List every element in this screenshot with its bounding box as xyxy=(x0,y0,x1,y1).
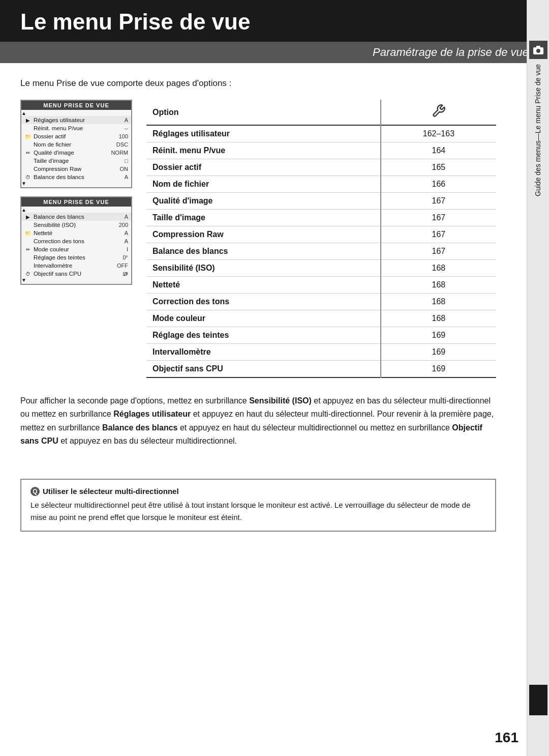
option-label: Nom de fichier xyxy=(146,176,381,193)
menu1-icon-6 xyxy=(24,165,32,172)
option-page: 169 xyxy=(381,361,496,378)
menu1-value-0: A xyxy=(125,117,128,123)
option-page: 164 xyxy=(381,142,496,159)
menu2-value-0: A xyxy=(125,214,128,220)
menu1-value-4: NORM xyxy=(111,150,128,156)
page-title: Le menu Prise de vue xyxy=(20,9,529,35)
table-row: Réglages utilisateur 162–163 xyxy=(146,125,496,142)
camera-menu-1: MENU PRISE DE VUE ▲ ▶ Réglages utilisate… xyxy=(20,100,132,188)
menu1-row-5: Taille d'image □ xyxy=(21,157,131,165)
menu2-row-7: ⏱ Objectif sans CPU 🖳 xyxy=(21,270,131,278)
table-row: Objectif sans CPU 169 xyxy=(146,361,496,378)
note-text: Le sélecteur multidirectionnel peut être… xyxy=(30,499,486,524)
menu2-value-3: A xyxy=(125,238,128,244)
two-col-layout: MENU PRISE DE VUE ▲ ▶ Réglages utilisate… xyxy=(20,100,496,378)
menu1-icon-5 xyxy=(24,157,32,164)
table-row: Taille d'image 167 xyxy=(146,210,496,226)
option-label: Qualité d'image xyxy=(146,193,381,210)
table-row: Intervallomètre 169 xyxy=(146,344,496,361)
option-page: 168 xyxy=(381,260,496,277)
option-page: 166 xyxy=(381,176,496,193)
table-row: Réinit. menu P/vue 164 xyxy=(146,142,496,159)
menu2-icon-0: ▶ xyxy=(24,213,32,220)
menu1-label-3: Nom de fichier xyxy=(34,141,116,148)
menu2-icon-5 xyxy=(24,254,32,261)
menu1-label-2: Dossier actif xyxy=(34,133,119,139)
option-page: 168 xyxy=(381,294,496,310)
menu2-label-2: Netteté xyxy=(34,230,125,236)
table-row: Dossier actif 165 xyxy=(146,159,496,176)
menu2-icon-1 xyxy=(24,221,32,228)
menu-screenshots: MENU PRISE DE VUE ▲ ▶ Réglages utilisate… xyxy=(20,100,132,378)
menu1-row-6: Compression Raw ON xyxy=(21,165,131,173)
menu2-label-7: Objectif sans CPU xyxy=(34,271,123,277)
menu2-label-4: Mode couleur xyxy=(34,246,127,252)
note-title-text: Utiliser le sélecteur multi-directionnel xyxy=(43,487,179,496)
option-label: Intervallomètre xyxy=(146,344,381,361)
svg-point-1 xyxy=(536,49,540,53)
note-box: Q Utiliser le sélecteur multi-directionn… xyxy=(20,479,496,532)
menu1-icon-2: 📁 xyxy=(24,133,32,140)
menu1-value-1: -- xyxy=(125,125,128,131)
table-row: Compression Raw 167 xyxy=(146,226,496,243)
option-page: 168 xyxy=(381,310,496,327)
option-page: 169 xyxy=(381,327,496,344)
option-label: Dossier actif xyxy=(146,159,381,176)
option-page: 169 xyxy=(381,344,496,361)
table-row: Balance des blancs 167 xyxy=(146,243,496,260)
table-row: Nom de fichier 166 xyxy=(146,176,496,193)
menu2-row-1: Sensibilité (ISO) 200 xyxy=(21,221,131,229)
menu2-row-6: Intervallomètre OFF xyxy=(21,261,131,270)
menu1-label-4: Qualité d'image xyxy=(34,150,111,156)
option-page: 168 xyxy=(381,277,496,294)
menu2-row-5: Réglage des teintes 0° xyxy=(21,253,131,261)
menu2-icon-4: ✏ xyxy=(24,246,32,253)
menu1-label-7: Balance des blancs xyxy=(34,174,125,180)
menu1-row-7: ⏱ Balance des blancs A xyxy=(21,173,131,181)
menu2-row-3: Correction des tons A xyxy=(21,237,131,245)
menu2-icon-2: 📁 xyxy=(24,229,32,237)
option-page: 167 xyxy=(381,210,496,226)
option-label: Réglage des teintes xyxy=(146,327,381,344)
menu1-label-0: Réglages utilisateur xyxy=(34,117,125,123)
menu1-row-2: 📁 Dossier actif 100 xyxy=(21,132,131,140)
menu1-row-0: ▶ Réglages utilisateur A xyxy=(21,116,131,124)
menu2-scroll-down: ▼ xyxy=(21,278,131,283)
option-label: Mode couleur xyxy=(146,310,381,327)
menu1-icon-1 xyxy=(24,125,32,132)
menu2-row-4: ✏ Mode couleur I xyxy=(21,245,131,253)
option-label: Correction des tons xyxy=(146,294,381,310)
menu1-scroll-down: ▼ xyxy=(21,181,131,186)
menu1-row-4: ✏ Qualité d'image NORM xyxy=(21,149,131,157)
col-header-option: Option xyxy=(146,100,381,125)
table-row: Mode couleur 168 xyxy=(146,310,496,327)
menu2-label-5: Réglage des teintes xyxy=(34,254,123,260)
menu2-title: MENU PRISE DE VUE xyxy=(21,197,131,207)
option-label: Compression Raw xyxy=(146,226,381,243)
menu2-value-1: 200 xyxy=(119,222,128,228)
menu1-title: MENU PRISE DE VUE xyxy=(21,101,131,110)
menu2-label-1: Sensibilité (ISO) xyxy=(34,222,119,228)
table-row: Sensibilité (ISO) 168 xyxy=(146,260,496,277)
sidebar-black-block xyxy=(529,685,547,715)
option-label: Taille d'image xyxy=(146,210,381,226)
menu2-scroll-up: ▲ xyxy=(21,208,131,213)
menu1-icon-3 xyxy=(24,141,32,148)
menu1-row-3: Nom de fichier DSC xyxy=(21,140,131,149)
table-row: Netteté 168 xyxy=(146,277,496,294)
option-label: Réinit. menu P/vue xyxy=(146,142,381,159)
menu2-row-2: 📁 Netteté A xyxy=(21,229,131,237)
table-row: Réglage des teintes 169 xyxy=(146,327,496,344)
option-label: Réglages utilisateur xyxy=(146,125,381,142)
menu2-value-5: 0° xyxy=(123,254,128,260)
menu1-icon-0: ▶ xyxy=(24,117,32,124)
options-table-wrapper: Option Réglages utilisateur 162–163 Réin… xyxy=(146,100,496,378)
option-label: Objectif sans CPU xyxy=(146,361,381,378)
svg-rect-2 xyxy=(536,46,540,48)
subtitle-bar: Paramétrage de la prise de vue xyxy=(0,42,549,63)
main-content: Le menu Prise de vue comporte deux pages… xyxy=(0,63,527,547)
menu2-row-0: ▶ Balance des blancs A xyxy=(21,213,131,221)
options-table: Option Réglages utilisateur 162–163 Réin… xyxy=(146,100,496,378)
menu1-icon-7: ⏱ xyxy=(24,173,32,181)
menu2-value-7: 🖳 xyxy=(123,271,128,277)
